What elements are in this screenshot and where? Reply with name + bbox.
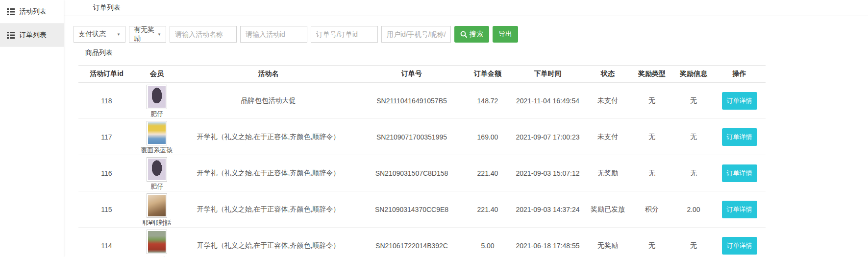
member-cell: 肥仔 xyxy=(135,83,179,119)
order-status: 无奖励 xyxy=(586,228,630,257)
order-status: 未支付 xyxy=(586,83,630,119)
reward-info: 无 xyxy=(674,83,713,119)
sidebar-item-label: 订单列表 xyxy=(19,31,47,40)
product-list-label: 商品列表 xyxy=(85,48,868,57)
order-time: 2021-09-03 15:07:12 xyxy=(510,155,586,191)
activity-name: 品牌包包活动大促 xyxy=(179,83,358,119)
avatar xyxy=(147,157,167,182)
avatar xyxy=(147,230,167,254)
activity-name: 开学礼（礼义之始,在于正容体,齐颜色,顺辞令） xyxy=(179,119,358,155)
reward-info: 无 xyxy=(674,155,713,191)
table-row: 117 覆面系蓝孩 开学礼（礼义之始,在于正容体,齐颜色,顺辞令） SN2109… xyxy=(78,119,766,155)
list-icon xyxy=(7,8,15,15)
member-cell: 覆面系蓝孩 xyxy=(135,119,179,155)
reward-type: 无 xyxy=(630,119,674,155)
member-cell: carrot xyxy=(135,228,179,257)
col-header-activity: 活动名 xyxy=(179,66,358,83)
search-button-label: 搜索 xyxy=(470,30,483,39)
reward-type: 无 xyxy=(630,228,674,257)
order-detail-button[interactable]: 订单详情 xyxy=(722,201,757,218)
reward-info: 2.00 xyxy=(674,191,713,228)
order-amount: 221.40 xyxy=(466,155,510,191)
export-button[interactable]: 导出 xyxy=(493,26,518,43)
order-detail-button[interactable]: 订单详情 xyxy=(722,237,757,255)
action-cell: 订单详情 xyxy=(713,155,766,191)
avatar-image xyxy=(148,231,166,253)
col-header-status: 状态 xyxy=(586,66,630,83)
action-cell: 订单详情 xyxy=(713,119,766,155)
table-header-row: 活动订单id 会员 活动名 订单号 订单金额 下单时间 状态 奖励类型 奖励信息… xyxy=(78,66,766,83)
avatar-image xyxy=(148,195,166,216)
order-status: 奖励已发放 xyxy=(586,191,630,228)
col-header-member: 会员 xyxy=(135,66,179,83)
order-no: SN21110416491057B5 xyxy=(358,83,466,119)
member-name: carrot xyxy=(135,255,179,257)
chevron-down-icon: ▼ xyxy=(117,32,121,37)
export-button-label: 导出 xyxy=(498,30,512,39)
sidebar-item-order-list[interactable]: 订单列表 xyxy=(0,23,64,47)
order-amount: 169.00 xyxy=(466,119,510,155)
order-no: SN21061722014B392C xyxy=(358,228,466,257)
col-header-actions: 操作 xyxy=(713,66,766,83)
app-window: 活动列表 订单列表 订单列表 支付状态 ▼ 有无奖励 ▼ xyxy=(0,0,868,257)
reward-info: 无 xyxy=(674,119,713,155)
member-cell: 耶¥耶對話 xyxy=(135,191,179,228)
chevron-down-icon: ▼ xyxy=(157,32,161,37)
table-row: 115 耶¥耶對話 开学礼（礼义之始,在于正容体,齐颜色,顺辞令） SN2109… xyxy=(78,191,766,228)
search-button[interactable]: 搜索 xyxy=(454,26,489,43)
order-no: SN2109031507C8D158 xyxy=(358,155,466,191)
order-amount: 148.72 xyxy=(466,83,510,119)
order-status: 未支付 xyxy=(586,119,630,155)
member-name: 耶¥耶對話 xyxy=(135,219,179,226)
activity-id-input[interactable] xyxy=(240,26,307,43)
col-header-order-no: 订单号 xyxy=(358,66,466,83)
order-time: 2021-06-18 17:48:55 xyxy=(510,228,586,257)
tab-order-list[interactable]: 订单列表 xyxy=(92,3,122,12)
reward-info: 无 xyxy=(674,228,713,257)
avatar xyxy=(147,85,167,109)
activity-name-input[interactable] xyxy=(170,26,237,43)
action-cell: 订单详情 xyxy=(713,228,766,257)
member-cell: 肥仔 xyxy=(135,155,179,191)
activity-name: 开学礼（礼义之始,在于正容体,齐颜色,顺辞令） xyxy=(179,191,358,228)
table-row: 114 carrot 开学礼（礼义之始,在于正容体,齐颜色,顺辞令） SN210… xyxy=(78,228,766,257)
col-header-reward-type: 奖励类型 xyxy=(630,66,674,83)
member-name: 肥仔 xyxy=(135,183,179,190)
avatar-image xyxy=(148,86,166,108)
avatar xyxy=(147,193,167,218)
order-detail-button[interactable]: 订单详情 xyxy=(722,164,757,182)
main-content: 订单列表 支付状态 ▼ 有无奖励 ▼ 搜 xyxy=(64,0,868,257)
order-time: 2021-09-07 17:00:23 xyxy=(510,119,586,155)
reward-filter-value: 有无奖励 xyxy=(134,25,154,43)
reward-type: 无 xyxy=(630,83,674,119)
avatar-image xyxy=(148,159,166,180)
activity-name: 开学礼（礼义之始,在于正容体,齐颜色,顺辞令） xyxy=(179,228,358,257)
list-icon xyxy=(7,32,15,39)
col-header-order-id: 活动订单id xyxy=(78,66,135,83)
search-icon xyxy=(460,31,467,38)
action-cell: 订单详情 xyxy=(713,83,766,119)
tab-bar: 订单列表 xyxy=(64,0,868,16)
sidebar-item-activity-list[interactable]: 活动列表 xyxy=(0,0,64,23)
order-id: 114 xyxy=(78,228,135,257)
activity-name: 开学礼（礼义之始,在于正容体,齐颜色,顺辞令） xyxy=(179,155,358,191)
user-search-input[interactable] xyxy=(381,26,451,43)
table-row: 118 肥仔 品牌包包活动大促 SN21110416491057B5 148.7… xyxy=(78,83,766,119)
pay-status-value: 支付状态 xyxy=(78,30,106,39)
order-detail-button[interactable]: 订单详情 xyxy=(722,128,757,146)
col-header-reward-info: 奖励信息 xyxy=(674,66,713,83)
order-time: 2021-11-04 16:49:54 xyxy=(510,83,586,119)
order-id: 117 xyxy=(78,119,135,155)
pay-status-select[interactable]: 支付状态 ▼ xyxy=(74,26,125,43)
order-detail-button[interactable]: 订单详情 xyxy=(722,92,757,110)
reward-filter-select[interactable]: 有无奖励 ▼ xyxy=(129,26,166,43)
orders-table: 活动订单id 会员 活动名 订单号 订单金额 下单时间 状态 奖励类型 奖励信息… xyxy=(78,65,766,257)
avatar xyxy=(147,121,167,145)
sidebar-item-label: 活动列表 xyxy=(19,7,47,16)
member-name: 覆面系蓝孩 xyxy=(135,146,179,154)
order-status: 无奖励 xyxy=(586,155,630,191)
order-amount: 221.40 xyxy=(466,191,510,228)
order-amount: 5.00 xyxy=(466,228,510,257)
col-header-time: 下单时间 xyxy=(510,66,586,83)
order-no-input[interactable] xyxy=(311,26,378,43)
